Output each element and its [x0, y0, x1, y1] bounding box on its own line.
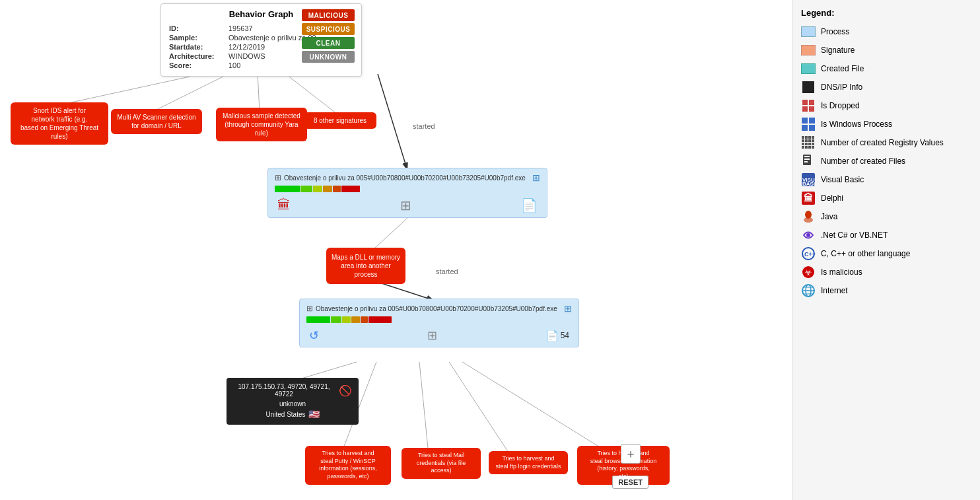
- id-value: 195637: [228, 24, 253, 32]
- win-icon-2: ⊞: [564, 303, 572, 314]
- svg-rect-22: [802, 125, 808, 131]
- dns-status: unknown: [233, 400, 352, 408]
- legend-icon-created-file: [801, 61, 816, 76]
- dns-country: United States 🇺🇸: [233, 409, 352, 419]
- legend-item-dropped: Is Dropped: [801, 98, 972, 113]
- legend-item-windows: Is Windows Process: [801, 117, 972, 131]
- legend-item-delphi: 🏛 Delphi: [801, 191, 972, 205]
- legend-icon-internet: [801, 283, 816, 298]
- svg-rect-36: [802, 146, 804, 149]
- svg-text:started: started: [413, 122, 435, 130]
- svg-point-51: [806, 233, 810, 237]
- svg-line-5: [378, 74, 407, 170]
- legend-label-signature: Signature: [821, 46, 855, 55]
- svg-rect-20: [802, 118, 808, 124]
- legend-icon-cpp: C++: [801, 246, 816, 261]
- bottom-sig-1: Tries to harvest andsteal Putty / WinSCP…: [305, 446, 391, 485]
- startdate-value: 12/12/2019: [228, 43, 265, 51]
- svg-rect-28: [802, 139, 804, 142]
- legend-item-vb: VISUAL BASIC Visual Basic: [801, 172, 972, 187]
- legend-label-net: .Net C# or VB.NET: [821, 231, 888, 240]
- svg-line-2: [258, 73, 260, 111]
- svg-rect-32: [802, 143, 804, 145]
- svg-rect-29: [805, 139, 808, 142]
- svg-rect-19: [809, 106, 814, 112]
- legend-icon-delphi: 🏛: [801, 191, 816, 205]
- svg-rect-24: [802, 136, 804, 139]
- legend-label-delphi: Delphi: [821, 194, 843, 203]
- legend-label-files: Number of created Files: [821, 157, 905, 166]
- legend-label-java: Java: [821, 212, 837, 221]
- legend-icon-files: [801, 154, 816, 168]
- behavior-title-box: Behavior Graph ID: 195637 Sample: Obaves…: [160, 3, 362, 77]
- grid-icon-2: ⊞: [427, 328, 437, 343]
- win-icon-1: ⊞: [532, 172, 540, 183]
- legend-icon-windows: [801, 117, 816, 131]
- legend-item-signature: Signature: [801, 43, 972, 57]
- svg-rect-37: [805, 146, 808, 149]
- legend-icon-process: [801, 24, 816, 39]
- legend-panel: Legend: Process Signature Created File D…: [792, 0, 980, 500]
- badge-unknown: UNKNOWN: [302, 51, 355, 63]
- svg-rect-39: [812, 146, 814, 149]
- svg-rect-41: [804, 156, 810, 157]
- legend-icon-java: [801, 209, 816, 224]
- svg-rect-35: [812, 143, 814, 145]
- badge-suspicious: SUSPICIOUS: [302, 23, 355, 35]
- score-label: Score:: [169, 61, 228, 69]
- malicious-icon-dns: 🚫: [339, 384, 352, 397]
- svg-rect-18: [802, 106, 808, 112]
- svg-rect-31: [812, 139, 814, 142]
- score-bar-2: [306, 316, 572, 323]
- legend-label-created-file: Created File: [821, 64, 864, 73]
- legend-item-net: .Net C# or VB.NET: [801, 228, 972, 242]
- svg-text:BASIC: BASIC: [802, 181, 816, 187]
- legend-icon-signature: [801, 43, 816, 57]
- bottom-sig-2: Tries to steal Mailcredentials (via file…: [402, 448, 481, 479]
- svg-text:started: started: [436, 268, 458, 275]
- legend-icon-registry: [801, 135, 816, 150]
- score-badges: MALICIOUS SUSPICIOUS CLEAN UNKNOWN: [302, 9, 355, 63]
- graph-area: started started Behavior Graph ID: 19563…: [0, 0, 792, 500]
- sig-node-2: Multi AV Scanner detectionfor domain / U…: [111, 109, 202, 134]
- legend-label-process: Process: [821, 27, 849, 36]
- dns-node: 107.175.150.73, 49720, 49721, 49722 🚫 un…: [227, 378, 359, 425]
- legend-item-process: Process: [801, 24, 972, 39]
- svg-rect-26: [808, 136, 811, 139]
- process-1-icons: 🏛 ⊞ 📄: [275, 197, 540, 213]
- svg-rect-30: [808, 139, 811, 142]
- legend-label-dropped: Is Dropped: [821, 101, 860, 110]
- badge-malicious: MALICIOUS: [302, 9, 355, 21]
- file-icon-1: 📄: [521, 197, 538, 213]
- svg-rect-33: [805, 143, 808, 145]
- id-label: ID:: [169, 24, 228, 32]
- svg-rect-42: [804, 159, 810, 160]
- legend-label-malicious: Is malicious: [821, 268, 862, 277]
- sig-node-1: Snort IDS alert fornetwork traffic (e.g.…: [11, 102, 108, 145]
- svg-line-1: [154, 73, 231, 111]
- svg-line-12: [462, 362, 601, 448]
- reset-button[interactable]: RESET: [612, 478, 648, 487]
- svg-line-7: [380, 283, 435, 301]
- svg-rect-38: [808, 146, 811, 149]
- startdate-label: Startdate:: [169, 43, 228, 51]
- plus-button[interactable]: ＋: [621, 444, 641, 464]
- score-value: 100: [228, 61, 240, 69]
- process-2-icons: ↺ ⊞ 📄 54: [306, 328, 572, 343]
- architecture-value: WINDOWS: [228, 52, 265, 60]
- svg-rect-25: [805, 136, 808, 139]
- sig-node-3: Malicious sample detected(through commun…: [216, 108, 307, 141]
- file-count-2: 📄 54: [545, 330, 569, 342]
- process-node-1[interactable]: ⊞ Obavestenje o prilivu za 005#U00b70800…: [267, 168, 547, 218]
- svg-rect-21: [809, 118, 815, 124]
- svg-rect-17: [809, 100, 814, 105]
- svg-line-10: [419, 362, 428, 448]
- svg-text:C++: C++: [804, 251, 816, 258]
- plus-icon: ＋: [625, 446, 637, 462]
- svg-text:🏛: 🏛: [804, 192, 813, 203]
- bottom-sig-3: Tries to harvest andsteal ftp login cred…: [489, 451, 568, 474]
- process-node-2[interactable]: ⊞ Obavestenje o prilivu za 005#U00b70800…: [299, 299, 579, 347]
- svg-rect-34: [808, 143, 811, 145]
- svg-rect-23: [809, 125, 815, 131]
- legend-title: Legend:: [801, 8, 972, 18]
